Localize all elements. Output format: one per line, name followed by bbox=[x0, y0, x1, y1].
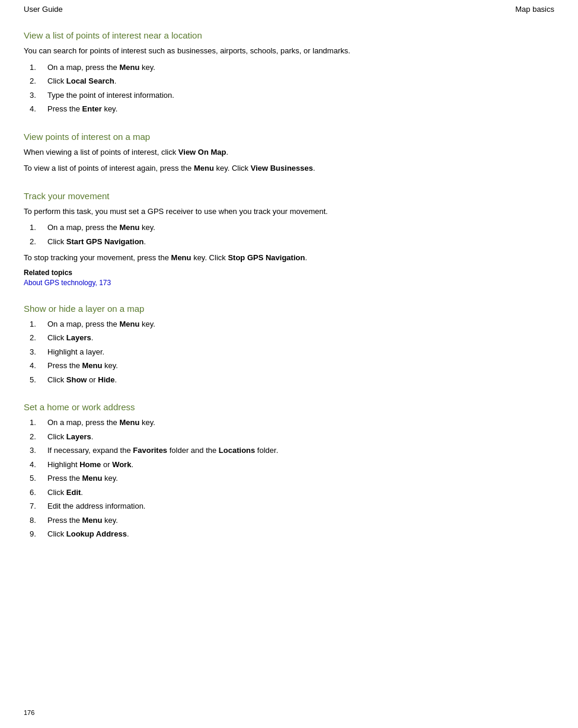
step-item: 3. Type the point of interest informatio… bbox=[24, 90, 554, 101]
step-text: Click Show or Hide. bbox=[47, 374, 554, 386]
section-title-view-points: View points of interest on a map bbox=[24, 132, 554, 142]
step-item: 4. Press the Enter key. bbox=[24, 103, 554, 115]
section-title-show-hide: Show or hide a layer on a map bbox=[24, 304, 554, 314]
step-item: 2. Click Local Search. bbox=[24, 75, 554, 87]
step-number: 2. bbox=[24, 75, 47, 87]
step-text: Click Edit. bbox=[47, 487, 554, 499]
step-item: 6. Click Edit. bbox=[24, 487, 554, 499]
related-topics-link-gps[interactable]: About GPS technology, 173 bbox=[24, 279, 111, 287]
step-text: Click Local Search. bbox=[47, 75, 554, 87]
steps-show-hide: 1. On a map, press the Menu key. 2. Clic… bbox=[24, 318, 554, 386]
section-title-track: Track your movement bbox=[24, 191, 554, 201]
header-left: User Guide bbox=[24, 5, 63, 14]
step-number: 4. bbox=[24, 360, 47, 372]
step-number: 4. bbox=[24, 459, 47, 471]
steps-view-list: 1. On a map, press the Menu key. 2. Clic… bbox=[24, 62, 554, 115]
section-intro-view-list: You can search for points of interest su… bbox=[24, 45, 554, 57]
step-number: 1. bbox=[24, 222, 47, 234]
section-show-hide-layer: Show or hide a layer on a map 1. On a ma… bbox=[24, 304, 554, 386]
step-number: 3. bbox=[24, 445, 47, 456]
step-text: Press the Menu key. bbox=[47, 515, 554, 526]
step-text: Type the point of interest information. bbox=[47, 90, 554, 101]
step-text: On a map, press the Menu key. bbox=[47, 62, 554, 74]
note-view-on-map: When viewing a list of points of interes… bbox=[24, 146, 554, 158]
step-item: 1. On a map, press the Menu key. bbox=[24, 222, 554, 234]
related-topics-label: Related topics bbox=[24, 269, 554, 277]
step-text: Click Layers. bbox=[47, 431, 554, 443]
note-view-businesses: To view a list of points of interest aga… bbox=[24, 162, 554, 174]
step-item: 5. Press the Menu key. bbox=[24, 472, 554, 484]
step-item: 1. On a map, press the Menu key. bbox=[24, 62, 554, 74]
step-item: 2. Click Start GPS Navigation. bbox=[24, 236, 554, 248]
step-item: 9. Click Lookup Address. bbox=[24, 528, 554, 540]
step-item: 3. Highlight a layer. bbox=[24, 346, 554, 358]
section-set-home-work: Set a home or work address 1. On a map, … bbox=[24, 402, 554, 540]
step-number: 7. bbox=[24, 500, 47, 512]
step-item: 2. Click Layers. bbox=[24, 332, 554, 344]
step-text: Press the Menu key. bbox=[47, 360, 554, 372]
step-number: 2. bbox=[24, 332, 47, 344]
step-number: 5. bbox=[24, 374, 47, 386]
steps-track: 1. On a map, press the Menu key. 2. Clic… bbox=[24, 222, 554, 247]
step-text: Highlight a layer. bbox=[47, 346, 554, 358]
page-footer: 176 bbox=[24, 709, 34, 716]
step-text: On a map, press the Menu key. bbox=[47, 417, 554, 429]
step-text: Highlight Home or Work. bbox=[47, 459, 554, 471]
step-number: 8. bbox=[24, 515, 47, 526]
step-number: 3. bbox=[24, 346, 47, 358]
step-number: 3. bbox=[24, 90, 47, 101]
step-number: 1. bbox=[24, 318, 47, 330]
step-text: Click Lookup Address. bbox=[47, 528, 554, 540]
section-view-list-points: View a list of points of interest near a… bbox=[24, 30, 554, 115]
section-title-view-list: View a list of points of interest near a… bbox=[24, 30, 554, 40]
step-item: 1. On a map, press the Menu key. bbox=[24, 318, 554, 330]
step-number: 1. bbox=[24, 417, 47, 429]
step-text: On a map, press the Menu key. bbox=[47, 318, 554, 330]
steps-set-home: 1. On a map, press the Menu key. 2. Clic… bbox=[24, 417, 554, 540]
step-text: Press the Enter key. bbox=[47, 103, 554, 115]
step-number: 6. bbox=[24, 487, 47, 499]
section-view-points-map: View points of interest on a map When vi… bbox=[24, 132, 554, 174]
step-text: Press the Menu key. bbox=[47, 472, 554, 484]
page-content: View a list of points of interest near a… bbox=[0, 18, 578, 580]
step-item: 2. Click Layers. bbox=[24, 431, 554, 443]
step-text: If necessary, expand the Favorites folde… bbox=[47, 445, 554, 456]
step-number: 5. bbox=[24, 472, 47, 484]
step-number: 4. bbox=[24, 103, 47, 115]
step-item: 4. Press the Menu key. bbox=[24, 360, 554, 372]
step-text: Click Start GPS Navigation. bbox=[47, 236, 554, 248]
step-item: 5. Click Show or Hide. bbox=[24, 374, 554, 386]
header-right: Map basics bbox=[515, 5, 554, 14]
section-intro-track: To perform this task, you must set a GPS… bbox=[24, 206, 554, 218]
page-number: 176 bbox=[24, 709, 34, 716]
step-number: 2. bbox=[24, 431, 47, 443]
section-track-movement: Track your movement To perform this task… bbox=[24, 191, 554, 287]
step-item: 8. Press the Menu key. bbox=[24, 515, 554, 526]
step-text: Click Layers. bbox=[47, 332, 554, 344]
step-number: 9. bbox=[24, 528, 47, 540]
note-stop-gps: To stop tracking your movement, press th… bbox=[24, 252, 554, 264]
step-number: 2. bbox=[24, 236, 47, 248]
section-title-set-home: Set a home or work address bbox=[24, 402, 554, 412]
step-item: 4. Highlight Home or Work. bbox=[24, 459, 554, 471]
step-item: 7. Edit the address information. bbox=[24, 500, 554, 512]
step-number: 1. bbox=[24, 62, 47, 74]
step-text: Edit the address information. bbox=[47, 500, 554, 512]
step-text: On a map, press the Menu key. bbox=[47, 222, 554, 234]
step-item: 3. If necessary, expand the Favorites fo… bbox=[24, 445, 554, 456]
step-item: 1. On a map, press the Menu key. bbox=[24, 417, 554, 429]
